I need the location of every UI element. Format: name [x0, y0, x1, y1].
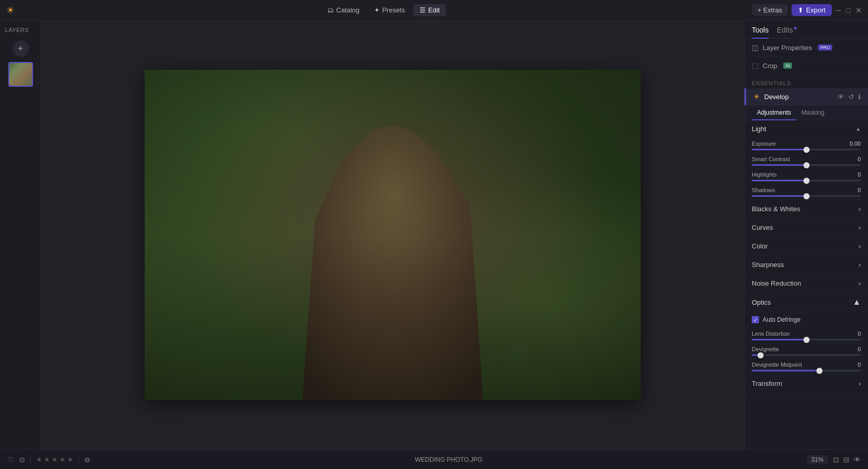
highlights-track[interactable]: [752, 180, 861, 181]
blacks-whites-section[interactable]: Blacks & Whites ›: [745, 200, 868, 218]
smart-contrast-value: 0: [858, 156, 861, 162]
fit-view-icon[interactable]: ⊡: [833, 456, 839, 464]
masking-tab[interactable]: Masking: [796, 105, 830, 120]
noise-reduction-label: Noise Reduction: [752, 279, 801, 287]
color-label: Color: [752, 242, 768, 250]
star-3[interactable]: ★: [52, 456, 58, 463]
photo-frame: [145, 70, 641, 400]
auto-defringe-checkbox[interactable]: ✓: [752, 316, 759, 323]
presets-icon: ✦: [374, 6, 380, 14]
main-layout: Layers + Tools Edits ◫ Layer Properties …: [0, 21, 868, 449]
star-rating: ★ ★ ★ ★ ★: [36, 456, 73, 463]
transform-section[interactable]: Transform ›: [745, 374, 868, 393]
edits-tab[interactable]: Edits: [777, 26, 797, 38]
devignette-value: 0: [858, 346, 861, 352]
reset-icon[interactable]: ↺: [848, 93, 854, 101]
light-section: Light ▲ Exposure 0.00 Smart Contrast 0: [745, 120, 868, 200]
left-panel: Layers +: [0, 21, 41, 449]
smart-contrast-thumb[interactable]: [803, 162, 810, 168]
presets-label: Presets: [382, 6, 405, 14]
noise-reduction-section[interactable]: Noise Reduction ›: [745, 274, 868, 293]
highlights-thumb[interactable]: [803, 178, 810, 184]
catalog-button[interactable]: 🗂 Catalog: [321, 4, 366, 16]
exposure-value: 0.00: [850, 140, 861, 147]
crop-icon: ⬚: [752, 61, 758, 70]
tools-tab[interactable]: Tools: [752, 26, 769, 38]
canvas-area: [41, 21, 744, 449]
smart-contrast-track[interactable]: [752, 164, 861, 166]
star-2[interactable]: ★: [44, 456, 50, 463]
edit-button[interactable]: ☰ Edit: [413, 4, 446, 16]
star-4[interactable]: ★: [59, 456, 66, 463]
shadows-fill: [752, 195, 807, 197]
layer-properties-badge: PRO: [818, 44, 832, 51]
topbar-center: 🗂 Catalog ✦ Presets ☰ Edit: [321, 4, 446, 16]
lens-distortion-thumb[interactable]: [803, 337, 810, 343]
layer-properties-item[interactable]: ◫ Layer Properties PRO: [745, 39, 868, 57]
right-panel: Tools Edits ◫ Layer Properties PRO ⬚ Cro…: [744, 21, 868, 449]
devignette-midpoint-label: Devignette Midpoint: [752, 362, 802, 368]
edits-dot: [794, 27, 797, 29]
catalog-icon: 🗂: [327, 6, 334, 14]
add-layer-button[interactable]: +: [12, 40, 29, 57]
star-5[interactable]: ★: [67, 456, 73, 463]
exposure-track[interactable]: [752, 149, 861, 150]
optics-section-header[interactable]: Optics ▲: [745, 293, 868, 312]
develop-label: Develop: [764, 93, 833, 101]
export-button[interactable]: ⬆ Export: [792, 4, 832, 16]
optics-chevron-icon: ▲: [853, 298, 861, 307]
info-icon[interactable]: ℹ: [858, 93, 861, 101]
extras-button[interactable]: + Extras: [752, 4, 787, 16]
highlights-fill: [752, 180, 807, 181]
layer-properties-label: Layer Properties: [763, 44, 812, 52]
highlights-label: Highlights: [752, 171, 777, 178]
devignette-thumb[interactable]: [757, 352, 764, 358]
adjustments-tab[interactable]: Adjustments: [752, 105, 796, 120]
visibility-icon[interactable]: 👁: [854, 456, 861, 464]
window-controls: ─ □ ✕: [836, 6, 862, 14]
devignette-track[interactable]: [752, 354, 861, 356]
lens-distortion-track[interactable]: [752, 339, 861, 340]
color-chevron-icon: ›: [859, 242, 861, 250]
extras-label: + Extras: [757, 6, 782, 14]
zoom-indicator[interactable]: 31%: [807, 455, 828, 464]
heart-icon[interactable]: ♡: [7, 456, 14, 464]
light-section-header[interactable]: Light ▲: [745, 120, 868, 138]
shadows-label: Shadows: [752, 187, 775, 193]
crop-item[interactable]: ⬚ Crop AI: [745, 57, 868, 75]
develop-action-icons: 👁 ↺ ℹ: [838, 93, 861, 101]
layers-title: Layers: [0, 27, 29, 33]
shadows-thumb[interactable]: [803, 193, 810, 199]
devignette-midpoint-thumb[interactable]: [816, 368, 823, 374]
exposure-fill: [752, 149, 807, 150]
noise-reduction-chevron-icon: ›: [859, 279, 861, 287]
maximize-icon[interactable]: □: [846, 6, 850, 14]
view-icons: ⊡ ⊟ 👁: [833, 456, 861, 464]
smart-contrast-slider-row: Smart Contrast 0: [745, 153, 868, 169]
exposure-thumb[interactable]: [803, 147, 810, 153]
close-icon[interactable]: ✕: [856, 6, 862, 14]
auto-defringe-row: ✓ Auto Defringe: [745, 312, 868, 328]
sharpness-chevron-icon: ›: [859, 261, 861, 269]
edit-label: Edit: [428, 6, 440, 14]
photo-background: [145, 70, 641, 400]
adjustments-masking-tabs: Adjustments Masking: [745, 105, 868, 120]
color-section[interactable]: Color ›: [745, 237, 868, 256]
devignette-midpoint-track[interactable]: [752, 370, 861, 371]
devignette-midpoint-slider-row: Devignette Midpoint 0: [745, 359, 868, 374]
layer-thumbnail[interactable]: [8, 62, 33, 87]
sharpness-section[interactable]: Sharpness ›: [745, 256, 868, 274]
minimize-icon[interactable]: ─: [836, 6, 841, 14]
bottom-right: 31% ⊡ ⊟ 👁: [807, 455, 861, 464]
presets-button[interactable]: ✦ Presets: [368, 4, 411, 16]
compare-view-icon[interactable]: ⊟: [843, 456, 849, 464]
star-1[interactable]: ★: [36, 456, 42, 463]
minus-icon[interactable]: ⊖: [84, 456, 90, 464]
light-section-label: Light: [752, 125, 766, 133]
eye-icon[interactable]: 👁: [838, 93, 844, 101]
curves-section[interactable]: Curves ›: [745, 218, 868, 237]
devignette-label: Devignette: [752, 346, 779, 352]
shadows-track[interactable]: [752, 195, 861, 197]
highlights-slider-row: Highlights 0: [745, 169, 868, 184]
flag-icon[interactable]: ⊙: [19, 456, 25, 464]
